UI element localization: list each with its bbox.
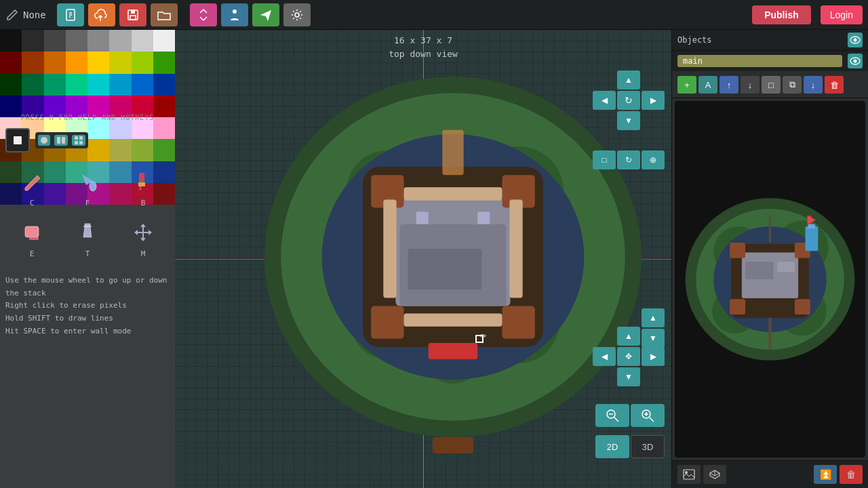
- share-button[interactable]: [252, 3, 279, 26]
- color-swatch[interactable]: [109, 74, 131, 96]
- color-swatch[interactable]: [0, 74, 22, 96]
- object-row-main[interactable]: main: [672, 51, 868, 72]
- svg-rect-8: [138, 182, 145, 186]
- tile-mode-square[interactable]: □: [593, 150, 616, 169]
- tool-b[interactable]: B: [117, 162, 170, 210]
- image-view-button[interactable]: [677, 465, 701, 484]
- view-label-container: top down view: [389, 49, 458, 59]
- tool-c[interactable]: C: [5, 162, 58, 210]
- view-2d-button[interactable]: 2D: [595, 435, 629, 458]
- color-swatch[interactable]: [66, 52, 87, 73]
- stack-down-button[interactable]: ▼: [642, 329, 665, 348]
- color-swatch[interactable]: [87, 74, 109, 96]
- svg-rect-26: [502, 306, 535, 339]
- tool-m[interactable]: M: [117, 213, 170, 261]
- brush-size-1[interactable]: [38, 135, 50, 146]
- color-swatch[interactable]: [22, 52, 43, 73]
- move-up-button[interactable]: ▲: [617, 327, 640, 346]
- layer-text-button[interactable]: A: [698, 76, 717, 94]
- 3d-view-button[interactable]: [703, 465, 726, 484]
- svg-rect-25: [371, 306, 403, 339]
- save-button[interactable]: [119, 3, 146, 26]
- color-swatch[interactable]: [109, 52, 131, 73]
- layer-add-button[interactable]: +: [677, 76, 696, 94]
- color-swatch[interactable]: [153, 74, 175, 96]
- brush-size-3[interactable]: [72, 135, 85, 146]
- app-title-area: None: [5, 8, 46, 22]
- layer-delete-button[interactable]: 🗑: [825, 76, 844, 94]
- color-swatch[interactable]: [66, 30, 87, 52]
- folder-button[interactable]: [151, 3, 178, 26]
- publish-button[interactable]: Publish: [752, 5, 811, 24]
- color-swatch[interactable]: [153, 52, 175, 73]
- tile-map[interactable]: [256, 60, 650, 453]
- color-swatch[interactable]: [22, 30, 43, 52]
- character-button[interactable]: [221, 3, 248, 26]
- canvas-area[interactable]: 16 x 37 x 7 top down view: [175, 30, 671, 488]
- move-right-button[interactable]: ▶: [642, 347, 665, 366]
- nav-down-button[interactable]: ▼: [617, 111, 640, 130]
- cloud-button[interactable]: [88, 3, 115, 26]
- nav-refresh-button[interactable]: ↻: [617, 91, 640, 110]
- tool-f[interactable]: F: [61, 162, 114, 210]
- hint-text: Right click to erase pixels: [5, 300, 170, 312]
- color-swatch[interactable]: [132, 30, 153, 52]
- tool-e[interactable]: E: [5, 213, 58, 261]
- scroll-top-button[interactable]: ⏫: [814, 465, 837, 484]
- zoom-out-button[interactable]: [595, 404, 629, 427]
- color-swatch[interactable]: [132, 74, 153, 96]
- color-swatch[interactable]: [44, 52, 66, 73]
- layer-export-button[interactable]: ↓: [804, 76, 823, 94]
- svg-rect-60: [730, 299, 745, 314]
- svg-point-5: [295, 13, 299, 17]
- layer-copy-button[interactable]: □: [762, 76, 781, 94]
- nav-left-button[interactable]: ◀: [593, 91, 616, 110]
- nav-controls: ▲ ◀ ↻ ▶ ▼: [593, 70, 665, 130]
- svg-rect-2: [131, 10, 135, 14]
- nav-right-button[interactable]: ▶: [642, 91, 665, 110]
- layer-toolbar: + A ↑ ↓ □ ⧉ ↓ 🗑: [672, 72, 868, 98]
- main-layout: PRESS H FOR HELP AND HOTKEYS: [0, 30, 868, 488]
- color-swatch[interactable]: [44, 74, 66, 96]
- tool-m-label: M: [141, 249, 146, 258]
- objects-title: Objects: [677, 35, 712, 45]
- color-swatch[interactable]: [153, 30, 175, 52]
- layer-group-button[interactable]: ⧉: [783, 76, 802, 94]
- objects-visibility-button[interactable]: [848, 33, 863, 47]
- color-swatch[interactable]: [0, 30, 22, 52]
- layer-up-button[interactable]: ↑: [719, 76, 738, 94]
- color-swatch[interactable]: [87, 52, 109, 73]
- stack-up-button[interactable]: ▲: [642, 308, 665, 327]
- swap-button[interactable]: [190, 3, 217, 26]
- object-visibility-main[interactable]: [848, 54, 863, 68]
- svg-rect-67: [777, 262, 795, 272]
- minimap: [675, 101, 865, 458]
- move-down-button[interactable]: ▼: [617, 367, 640, 386]
- zoom-in-button[interactable]: [631, 404, 665, 427]
- delete-button[interactable]: 🗑: [840, 465, 863, 484]
- login-button[interactable]: Login: [821, 5, 863, 24]
- color-swatch[interactable]: [0, 52, 22, 73]
- tile-mode-rotate[interactable]: ↻: [617, 150, 640, 169]
- svg-rect-61: [795, 299, 810, 314]
- color-swatch[interactable]: [22, 74, 43, 96]
- settings-button[interactable]: [283, 3, 311, 26]
- color-swatch[interactable]: [66, 74, 87, 96]
- new-file-button[interactable]: [57, 3, 84, 26]
- objects-header: Objects: [672, 30, 868, 51]
- color-swatch[interactable]: [44, 30, 66, 52]
- svg-rect-9: [25, 226, 39, 237]
- layer-down-button[interactable]: ↓: [741, 76, 760, 94]
- brush-size-2[interactable]: [54, 135, 68, 146]
- view-3d-button[interactable]: 3D: [631, 435, 665, 458]
- move-center-button[interactable]: ✥: [617, 347, 640, 366]
- color-swatch[interactable]: [109, 30, 131, 52]
- color-swatch[interactable]: [87, 30, 109, 52]
- tool-t[interactable]: T: [61, 213, 114, 261]
- move-left-button[interactable]: ◀: [593, 347, 616, 366]
- nav-up-button[interactable]: ▲: [617, 70, 640, 89]
- tile-mode-cross[interactable]: ⊕: [642, 150, 665, 169]
- pencil-icon: [16, 165, 48, 197]
- color-swatch[interactable]: [132, 52, 153, 73]
- svg-rect-65: [808, 224, 815, 228]
